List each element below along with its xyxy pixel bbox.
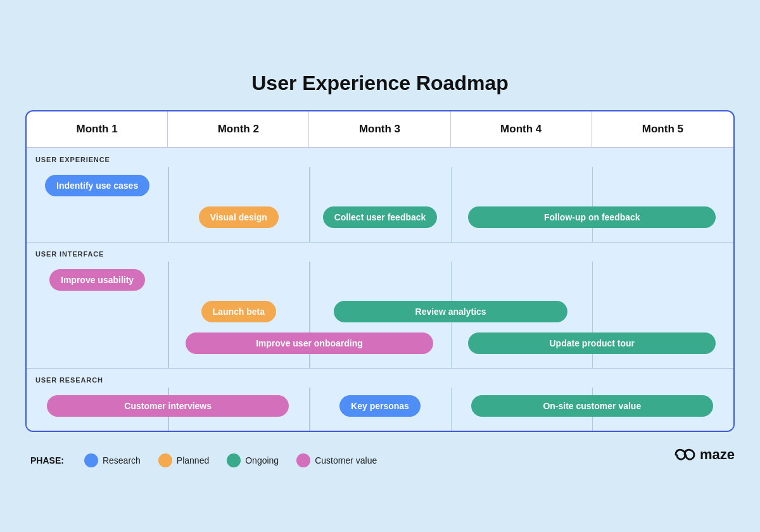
ui-task-row-3: Improve user onboarding Update product t… [27, 327, 733, 359]
legend-dot-research [84, 453, 98, 467]
legend-ongoing-label: Ongoing [245, 455, 279, 466]
header-month-1: Month 1 [27, 111, 168, 147]
pill-improve-usability[interactable]: Improve usability [49, 269, 145, 291]
pill-followup-feedback[interactable]: Follow-up on feedback [468, 206, 716, 228]
bottom-row: PHASE: Research Planned Ongoing Customer… [25, 442, 735, 467]
section-label-ui: USER INTERFACE [27, 243, 733, 262]
maze-logo-icon [673, 446, 696, 464]
header-row: Month 1 Month 2 Month 3 Month 4 Month 5 [27, 111, 733, 148]
ux-task-row-2: Visual design Collect user feedback Foll… [27, 201, 733, 233]
maze-logo-text: maze [700, 446, 735, 463]
pill-visual-design[interactable]: Visual design [199, 206, 279, 228]
pill-collect-user-feedback[interactable]: Collect user feedback [323, 206, 438, 228]
legend-phase-label: PHASE: [30, 455, 64, 466]
legend-dot-planned [158, 453, 172, 467]
header-month-5: Month 5 [592, 111, 733, 147]
research-task-row-1: Customer interviews Key personas On-site… [27, 390, 733, 422]
page-title: User Experience Roadmap [251, 72, 509, 95]
header-month-3: Month 3 [309, 111, 450, 147]
legend-dot-customer-value [296, 453, 310, 467]
maze-logo: maze [673, 446, 735, 464]
task-cell-collect-feedback: Collect user feedback [309, 204, 450, 231]
roadmap-table: Month 1 Month 2 Month 3 Month 4 Month 5 … [25, 110, 735, 432]
pill-launch-beta[interactable]: Launch beta [201, 301, 276, 322]
legend-dot-ongoing [227, 453, 241, 467]
pill-on-site-customer-value[interactable]: On-site customer value [471, 395, 713, 417]
section-user-interface: USER INTERFACE Improve usability Launch [27, 243, 733, 369]
task-cell: Indentify use cases [27, 172, 168, 199]
header-month-2: Month 2 [168, 111, 309, 147]
legend-customer-value: Customer value [296, 453, 377, 467]
legend: PHASE: Research Planned Ongoing Customer… [25, 453, 673, 467]
pill-customer-interviews[interactable]: Customer interviews [47, 395, 289, 417]
pill-key-personas[interactable]: Key personas [339, 395, 421, 417]
section-user-experience: USER EXPERIENCE Indentify use cases Visu [27, 148, 733, 243]
pill-identify-use-cases[interactable]: Indentify use cases [45, 175, 149, 196]
ui-task-row-1: Improve usability [27, 264, 733, 296]
legend-research-label: Research [103, 455, 141, 466]
pill-update-product-tour[interactable]: Update product tour [468, 332, 716, 354]
task-cell-followup: Follow-up on feedback [451, 204, 733, 231]
header-month-4: Month 4 [451, 111, 592, 147]
ui-task-row-2: Launch beta Review analytics [27, 296, 733, 327]
section-label-ux: USER EXPERIENCE [27, 148, 733, 167]
legend-planned-label: Planned [177, 455, 209, 466]
ux-task-row-1: Indentify use cases [27, 170, 733, 201]
legend-customer-value-label: Customer value [315, 455, 377, 466]
section-label-research: USER RESEARCH [27, 369, 733, 388]
legend-research: Research [84, 453, 141, 467]
legend-planned: Planned [158, 453, 209, 467]
task-cell-visual-design: Visual design [168, 204, 309, 231]
legend-ongoing: Ongoing [227, 453, 279, 467]
section-user-research: USER RESEARCH Customer interviews Key pe… [27, 369, 733, 431]
pill-review-analytics[interactable]: Review analytics [334, 301, 567, 322]
pill-improve-onboarding[interactable]: Improve user onboarding [186, 332, 433, 354]
